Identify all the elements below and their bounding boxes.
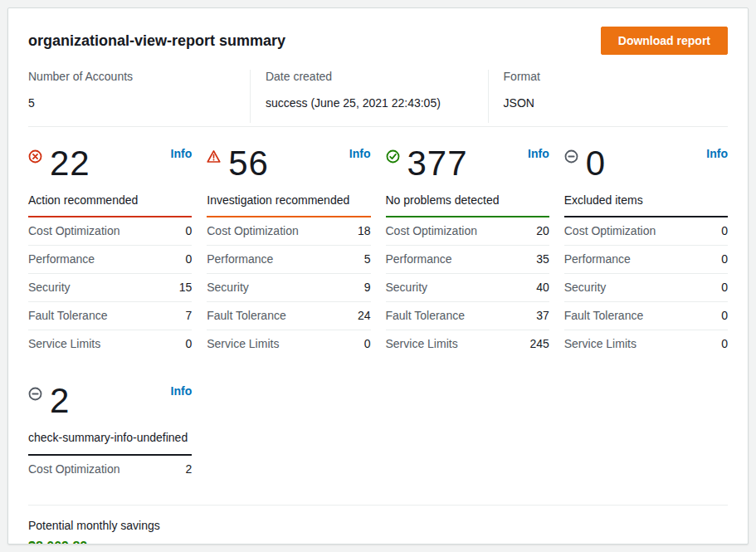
summary-grid: 22 Info Action recommended Cost Optimiza… <box>28 145 728 483</box>
excluded-circle-icon <box>564 149 578 164</box>
warning-triangle-icon <box>207 149 221 164</box>
category-list: Cost Optimization20 Performance35 Securi… <box>386 217 549 358</box>
category-value: 18 <box>358 224 371 237</box>
card-title: Action recommended <box>28 192 192 217</box>
meta-format: Format JSON <box>488 70 728 123</box>
category-row: Fault Tolerance0 <box>564 302 728 330</box>
info-link[interactable]: Info <box>706 147 728 160</box>
category-row: Performance0 <box>28 246 192 274</box>
info-link[interactable]: Info <box>171 384 193 398</box>
category-row: Service Limits0 <box>207 330 370 358</box>
category-value: 0 <box>721 337 728 350</box>
card-title: No problems detected <box>386 192 549 217</box>
meta-label: Date created <box>266 70 488 83</box>
category-label: Performance <box>207 252 273 266</box>
potential-monthly-savings: Potential monthly savings $8,009.82 <box>28 505 728 545</box>
success-circle-icon <box>386 149 400 164</box>
download-report-button[interactable]: Download report <box>601 27 728 55</box>
category-list: Cost Optimization18 Performance5 Securit… <box>207 217 370 358</box>
category-list: Cost Optimization2 <box>28 456 192 483</box>
category-row: Cost Optimization18 <box>207 217 370 246</box>
card-count: 2 <box>50 383 70 419</box>
category-row: Service Limits245 <box>386 330 549 358</box>
card-header: 2 Info <box>28 383 192 419</box>
page-title: organizational-view-report summary <box>28 32 285 50</box>
category-label: Cost Optimization <box>564 224 656 237</box>
card-count: 0 <box>586 145 606 182</box>
report-meta: Number of Accounts 5 Date created succes… <box>28 70 728 127</box>
category-label: Performance <box>564 252 631 266</box>
category-value: 15 <box>179 281 193 294</box>
category-row: Security15 <box>28 274 192 302</box>
category-label: Fault Tolerance <box>207 309 285 322</box>
category-label: Service Limits <box>564 337 637 350</box>
summary-card-investigation-recommended: 56 Info Investigation recommended Cost O… <box>207 145 370 358</box>
category-row: Security40 <box>386 274 549 302</box>
category-value: 2 <box>185 462 192 476</box>
savings-value: $8,009.82 <box>28 540 728 545</box>
category-value: 37 <box>536 309 549 322</box>
category-row: Performance0 <box>564 246 728 274</box>
card-title: check-summary-info-undefined <box>28 429 192 455</box>
page-header: organizational-view-report summary Downl… <box>28 20 728 70</box>
category-label: Cost Optimization <box>386 224 477 237</box>
category-value: 0 <box>185 252 192 266</box>
category-row: Service Limits0 <box>28 330 192 358</box>
category-value: 9 <box>364 281 371 294</box>
category-row: Cost Optimization0 <box>564 217 728 246</box>
category-label: Security <box>28 281 71 294</box>
category-value: 0 <box>185 224 192 237</box>
summary-card-check-summary-info-undefined: 2 Info check-summary-info-undefined Cost… <box>28 383 192 482</box>
card-header: 0 Info <box>564 145 728 182</box>
category-label: Cost Optimization <box>28 462 119 476</box>
category-label: Cost Optimization <box>207 224 298 237</box>
meta-value: JSON <box>504 96 728 110</box>
meta-value: 5 <box>28 96 250 110</box>
card-title: Investigation recommended <box>207 192 370 217</box>
meta-label: Format <box>504 70 728 83</box>
category-value: 24 <box>358 309 371 322</box>
category-row: Service Limits0 <box>564 330 728 358</box>
meta-date-created: Date created success (June 25, 2021 22:4… <box>250 70 488 123</box>
category-label: Service Limits <box>28 337 100 350</box>
category-row: Fault Tolerance24 <box>207 302 370 330</box>
category-label: Security <box>386 281 428 294</box>
category-label: Fault Tolerance <box>564 309 643 322</box>
card-header: 22 Info <box>28 145 192 182</box>
category-value: 0 <box>721 281 728 294</box>
error-circle-icon <box>28 149 42 164</box>
excluded-circle-icon <box>28 387 42 401</box>
category-label: Security <box>207 281 249 294</box>
category-value: 0 <box>721 224 728 237</box>
info-link[interactable]: Info <box>349 147 371 160</box>
category-row: Performance5 <box>207 246 370 274</box>
category-value: 20 <box>536 224 549 237</box>
card-title: Excluded items <box>564 192 728 217</box>
meta-number-of-accounts: Number of Accounts 5 <box>28 70 250 123</box>
category-row: Performance35 <box>386 246 549 274</box>
category-label: Fault Tolerance <box>28 309 107 322</box>
category-label: Performance <box>28 252 95 266</box>
summary-card-excluded-items: 0 Info Excluded items Cost Optimization0… <box>564 145 728 358</box>
category-label: Service Limits <box>207 337 279 350</box>
savings-label: Potential monthly savings <box>28 519 728 532</box>
category-row: Cost Optimization0 <box>28 217 192 246</box>
category-label: Service Limits <box>386 337 458 350</box>
category-row: Security0 <box>564 274 728 302</box>
report-summary-panel: organizational-view-report summary Downl… <box>7 7 749 545</box>
category-row: Fault Tolerance7 <box>28 302 192 330</box>
info-link[interactable]: Info <box>171 147 193 160</box>
category-row: Cost Optimization20 <box>386 217 549 246</box>
category-row: Cost Optimization2 <box>28 456 192 483</box>
meta-value: success (June 25, 2021 22:43:05) <box>266 96 488 110</box>
category-list: Cost Optimization0 Performance0 Security… <box>28 217 192 358</box>
info-link[interactable]: Info <box>528 147 549 160</box>
category-value: 0 <box>185 337 192 350</box>
category-row: Fault Tolerance37 <box>386 302 549 330</box>
category-value: 0 <box>364 337 371 350</box>
card-header: 56 Info <box>207 145 370 182</box>
category-value: 7 <box>185 309 192 322</box>
category-list: Cost Optimization0 Performance0 Security… <box>564 217 728 358</box>
card-count: 377 <box>407 145 468 182</box>
category-value: 5 <box>364 252 371 266</box>
